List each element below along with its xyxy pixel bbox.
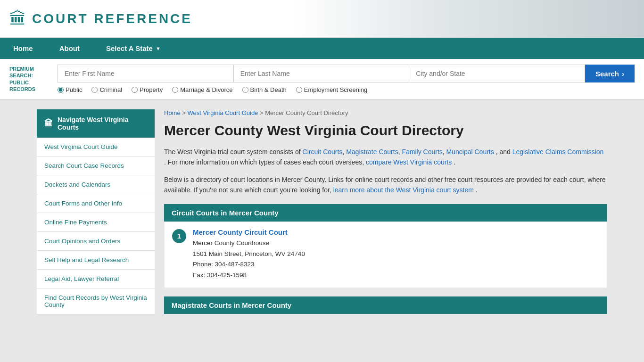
search-arrow-icon: › bbox=[622, 70, 624, 78]
breadcrumb-state-guide[interactable]: West Virginia Court Guide bbox=[188, 109, 258, 116]
link-compare-courts[interactable]: compare West Virginia courts bbox=[366, 158, 452, 166]
breadcrumb-current: Mercer County Court Directory bbox=[265, 109, 348, 116]
link-muncipal-courts[interactable]: Muncipal Courts bbox=[446, 148, 494, 156]
logo-area[interactable]: 🏛 COURT REFERENCE bbox=[9, 9, 192, 29]
search-bar: PREMIUM SEARCH: PUBLIC RECORDS Search › … bbox=[0, 59, 644, 100]
search-label: PREMIUM SEARCH: PUBLIC RECORDS bbox=[9, 66, 52, 92]
search-inputs: Search › bbox=[58, 65, 635, 82]
magistrate-courts-header: Magistrate Courts in Mercer County bbox=[164, 296, 607, 314]
court-name-link[interactable]: Mercer County Circuit Court bbox=[193, 228, 599, 236]
link-family-courts[interactable]: Family Courts bbox=[402, 148, 442, 156]
sidebar-item-self-help[interactable]: Self Help and Legal Research bbox=[37, 251, 155, 270]
link-legislative-claims[interactable]: Legislative Claims Commission bbox=[512, 148, 604, 156]
court-address: 1501 Main Street, Princeton, WV 24740 bbox=[193, 249, 599, 260]
link-learn-more[interactable]: learn more about the West Virginia court… bbox=[333, 186, 474, 194]
logo-icon: 🏛 bbox=[9, 9, 26, 29]
first-name-input[interactable] bbox=[58, 65, 233, 82]
main-content: 🏛 Navigate West Virginia Courts West Vir… bbox=[32, 109, 612, 314]
circuit-courts-header: Circuit Courts in Mercer County bbox=[164, 204, 607, 222]
sidebar-item-court-forms[interactable]: Court Forms and Other Info bbox=[37, 194, 155, 213]
nav-home[interactable]: Home bbox=[0, 38, 46, 59]
sidebar-item-court-opinions[interactable]: Court Opinions and Orders bbox=[37, 232, 155, 251]
radio-criminal[interactable]: Criminal bbox=[91, 86, 122, 93]
sidebar-item-fine-payments[interactable]: Online Fine Payments bbox=[37, 213, 155, 232]
breadcrumb: Home > West Virginia Court Guide > Merce… bbox=[164, 109, 607, 116]
sidebar-item-wv-court-guide[interactable]: West Virginia Court Guide bbox=[37, 138, 155, 156]
radio-birth[interactable]: Birth & Death bbox=[242, 86, 287, 93]
search-fields: Search › Public Criminal Property Marria… bbox=[58, 65, 635, 93]
search-button[interactable]: Search › bbox=[585, 65, 635, 82]
radio-employment[interactable]: Employment Screening bbox=[296, 86, 367, 93]
link-magistrate-courts[interactable]: Magistrate Courts bbox=[346, 148, 398, 156]
court-fax: Fax: 304-425-1598 bbox=[193, 270, 599, 281]
sidebar-item-find-records[interactable]: Find Court Records by West Virginia Coun… bbox=[37, 288, 155, 314]
table-row: 1 Mercer County Circuit Court Mercer Cou… bbox=[164, 222, 607, 288]
last-name-input[interactable] bbox=[233, 65, 409, 82]
select-state-arrow: ▼ bbox=[156, 46, 161, 51]
sidebar-item-dockets[interactable]: Dockets and Calendars bbox=[37, 175, 155, 194]
court-building: Mercer County Courthouse bbox=[193, 238, 599, 249]
radio-property[interactable]: Property bbox=[132, 86, 163, 93]
court-phone: Phone: 304-487-8323 bbox=[193, 259, 599, 270]
main-nav: Home About Select A State ▼ bbox=[0, 38, 644, 59]
radio-marriage[interactable]: Marriage & Divorce bbox=[172, 86, 232, 93]
court-number-badge: 1 bbox=[172, 229, 186, 243]
description-para-2: Below is a directory of court locations … bbox=[164, 174, 607, 196]
sidebar-item-legal-aid[interactable]: Legal Aid, Lawyer Referral bbox=[37, 270, 155, 288]
page-title: Mercer County West Virginia Court Direct… bbox=[164, 122, 607, 139]
breadcrumb-home[interactable]: Home bbox=[164, 109, 181, 116]
description-para-1: The West Virginia trial court system con… bbox=[164, 147, 607, 168]
logo-text: COURT REFERENCE bbox=[32, 11, 192, 26]
header-background bbox=[290, 0, 644, 37]
court-info: Mercer County Circuit Court Mercer Count… bbox=[193, 228, 599, 281]
radio-public[interactable]: Public bbox=[58, 86, 82, 93]
nav-about[interactable]: About bbox=[46, 38, 93, 59]
sidebar-item-search-records[interactable]: Search Court Case Records bbox=[37, 156, 155, 175]
link-circuit-courts[interactable]: Circuit Courts bbox=[303, 148, 343, 156]
city-state-input[interactable] bbox=[409, 65, 585, 82]
page-content: Home > West Virginia Court Guide > Merce… bbox=[164, 109, 607, 314]
courthouse-icon: 🏛 bbox=[44, 119, 53, 129]
sidebar: 🏛 Navigate West Virginia Courts West Vir… bbox=[37, 109, 155, 314]
nav-select-state[interactable]: Select A State ▼ bbox=[93, 38, 174, 59]
site-header: 🏛 COURT REFERENCE bbox=[0, 0, 644, 38]
sidebar-active-navigate[interactable]: 🏛 Navigate West Virginia Courts bbox=[37, 109, 155, 138]
search-radios: Public Criminal Property Marriage & Divo… bbox=[58, 86, 635, 93]
